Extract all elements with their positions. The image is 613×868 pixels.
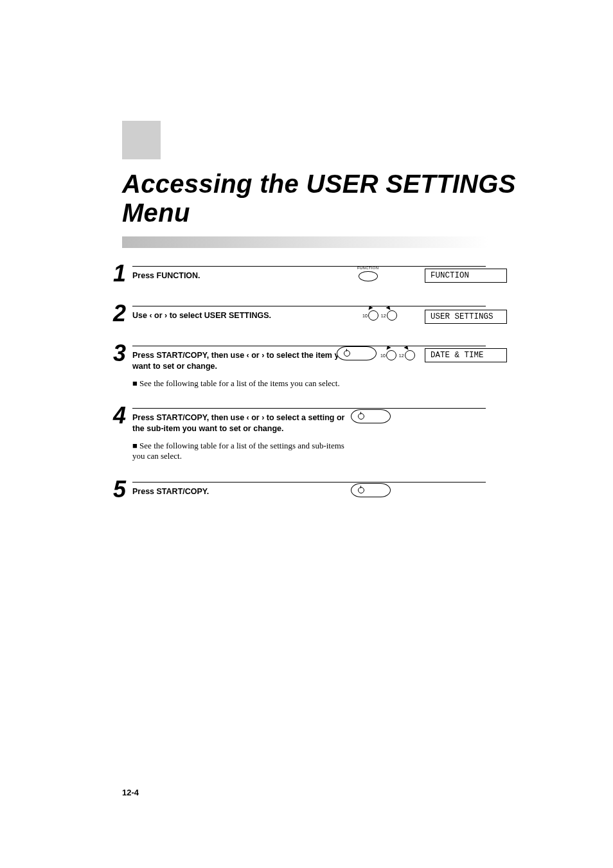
arrow-left-icon xyxy=(368,305,373,310)
keypad-10-label: 10 xyxy=(380,353,386,358)
keypad-10-icon: 10 xyxy=(380,346,396,360)
round-button-icon xyxy=(405,350,415,360)
step-number: 3 xyxy=(107,342,132,365)
keypad-12-label: 12 xyxy=(399,353,404,358)
step-icons: 10 12 xyxy=(362,306,397,321)
step-5: 5 Press START/COPY. xyxy=(107,478,492,501)
step-number: 5 xyxy=(107,478,132,501)
start-copy-button-icon xyxy=(351,409,391,423)
step-note: See the following table for a list of th… xyxy=(132,378,344,389)
section-accent-block xyxy=(122,121,161,159)
oval-button-icon xyxy=(359,271,378,281)
gradient-divider xyxy=(122,236,488,248)
keypad-12-label: 12 xyxy=(381,314,386,318)
display-wrap: FUNCTION xyxy=(425,269,507,283)
step-instruction: Press START/COPY. xyxy=(132,486,338,497)
lcd-display: DATE & TIME xyxy=(425,348,507,362)
lcd-display: USER SETTINGS xyxy=(425,310,507,324)
page-number: 12-4 xyxy=(122,788,139,797)
start-copy-button-icon xyxy=(337,346,377,360)
step-instruction: Press START/COPY, then use ‹ or › to sel… xyxy=(132,412,354,434)
arrow-buttons-icon: 10 12 xyxy=(380,346,415,360)
step-3: 3 Press START/COPY, then use ‹ or › to s… xyxy=(107,342,492,389)
step-number: 4 xyxy=(107,404,132,427)
step-1: 1 Press FUNCTION. FUNCTION FUNCTION xyxy=(107,262,492,285)
arrow-right-icon xyxy=(404,345,410,350)
step-rule xyxy=(132,266,486,267)
arrow-left-icon xyxy=(386,345,391,350)
keypad-10-icon: 10 xyxy=(362,306,378,321)
page-title-line1: Accessing the USER SETTINGS xyxy=(122,169,516,199)
step-rule xyxy=(132,482,486,483)
start-copy-button-icon xyxy=(351,483,391,497)
step-note: See the following table for a list of th… xyxy=(132,441,344,461)
page-title-line2: Menu xyxy=(122,198,190,227)
round-button-icon xyxy=(368,310,378,321)
step-number: 1 xyxy=(107,262,132,285)
step-icons xyxy=(351,483,391,497)
step-icons: FUNCTION xyxy=(357,266,378,281)
steps-container: 1 Press FUNCTION. FUNCTION FUNCTION 2 Us… xyxy=(107,262,492,501)
round-button-icon xyxy=(386,350,396,360)
step-number: 2 xyxy=(107,302,132,325)
keypad-10-label: 10 xyxy=(362,314,368,318)
round-button-icon xyxy=(387,310,397,321)
step-instruction: Press START/COPY, then use ‹ or › to sel… xyxy=(132,350,354,372)
step-instruction: Use ‹ or › to select USER SETTINGS. xyxy=(132,310,338,321)
display-wrap: USER SETTINGS xyxy=(425,310,507,324)
step-4: 4 Press START/COPY, then use ‹ or › to s… xyxy=(107,404,492,461)
step-icons xyxy=(351,409,391,423)
keypad-12-icon: 12 xyxy=(399,346,415,360)
function-button-icon: FUNCTION xyxy=(357,266,378,281)
step-rule xyxy=(132,346,486,346)
display-wrap: DATE & TIME xyxy=(425,348,507,362)
step-rule xyxy=(132,306,486,306)
step-rule xyxy=(132,408,486,409)
arrow-right-icon xyxy=(386,305,392,310)
step-2: 2 Use ‹ or › to select USER SETTINGS. 10 xyxy=(107,302,492,325)
keypad-12-icon: 12 xyxy=(381,306,397,321)
arrow-buttons-icon: 10 12 xyxy=(362,306,397,321)
step-instruction: Press FUNCTION. xyxy=(132,270,338,281)
lcd-display: FUNCTION xyxy=(425,269,507,283)
step-icons: 10 12 xyxy=(337,346,415,360)
function-button-label: FUNCTION xyxy=(357,266,378,270)
